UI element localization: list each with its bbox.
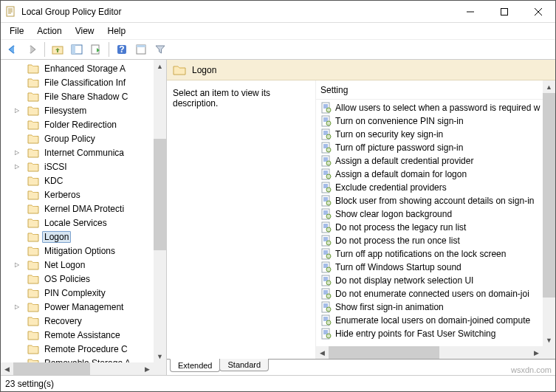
setting-item[interactable]: Block user from showing account details … [316,194,543,207]
svg-point-21 [326,174,331,179]
menu-help[interactable]: Help [102,24,132,38]
tree-item-removable-storage-a[interactable]: Removable Storage A [1,356,154,362]
tree-item-recovery[interactable]: Recovery [1,314,154,328]
expand-icon[interactable]: ▷ [13,148,21,157]
svg-point-35 [326,267,331,272]
export-list-button[interactable] [87,41,105,58]
setting-label: Assign a default domain for logon [335,169,467,179]
settings-list[interactable]: Allow users to select when a password is… [316,100,543,346]
setting-item[interactable]: Enumerate local users on domain-joined c… [316,314,543,327]
tree-item-file-share-shadow-c[interactable]: File Share Shadow C [1,89,154,103]
scroll-right-icon[interactable]: ▶ [141,362,154,375]
tree-item-locale-services[interactable]: Locale Services [1,216,154,230]
setting-item[interactable]: Do not display network selection UI [316,274,543,287]
tree-pane: Enhanced Storage AFile Classification In… [1,60,167,375]
tree-item-enhanced-storage-a[interactable]: Enhanced Storage A [1,61,154,75]
scroll-up-icon[interactable]: ▲ [543,80,555,93]
setting-column-header[interactable]: Setting [316,80,555,100]
setting-item[interactable]: Turn on security key sign-in [316,128,543,141]
setting-item[interactable]: Hide entry points for Fast User Switchin… [316,327,543,340]
setting-item[interactable]: Do not enumerate connected users on doma… [316,287,543,300]
svg-point-17 [326,148,331,152]
window-title: Local Group Policy Editor [21,7,453,17]
menu-file[interactable]: File [4,24,30,38]
setting-item[interactable]: Exclude credential providers [316,181,543,194]
tree-item-mitigation-options[interactable]: Mitigation Options [1,244,154,258]
scroll-up-icon[interactable]: ▲ [154,60,166,72]
tree-item-filesystem[interactable]: ▷Filesystem [1,103,154,117]
filter-button[interactable] [151,41,169,58]
scroll-down-icon[interactable]: ▼ [154,350,166,362]
expand-icon[interactable]: ▷ [13,303,21,312]
tree-item-folder-redirection[interactable]: Folder Redirection [1,117,154,131]
forward-button[interactable] [23,41,41,58]
tree-item-file-classification-inf[interactable]: File Classification Inf [1,75,154,89]
menu-action[interactable]: Action [31,24,67,38]
tree-item-internet-communica[interactable]: ▷Internet Communica [1,145,154,159]
setting-item[interactable]: Turn on convenience PIN sign-in [316,114,543,128]
tree-item-logon[interactable]: Logon [1,230,154,244]
tree-item-remote-assistance[interactable]: Remote Assistance [1,328,154,342]
scroll-left-icon[interactable]: ◀ [316,346,329,359]
tree-item-remote-procedure-c[interactable]: Remote Procedure C [1,342,154,356]
back-button[interactable] [4,41,21,58]
setting-item[interactable]: Show clear logon background [316,207,543,221]
expand-icon[interactable]: ▷ [13,106,21,115]
folder-icon [27,162,39,172]
setting-item[interactable]: Turn off app notifications on the lock s… [316,247,543,261]
help-button[interactable]: ? [113,41,131,58]
setting-item[interactable]: Do not process the run once list [316,234,543,247]
setting-item[interactable]: Turn off picture password sign-in [316,141,543,154]
tree-item-label: Folder Redirection [42,120,119,130]
settings-horizontal-scrollbar[interactable]: ◀ ▶ [316,346,543,359]
folder-icon [27,176,39,186]
tree-item-kernel-dma-protecti[interactable]: Kernel DMA Protecti [1,202,154,216]
setting-item[interactable]: Turn off Windows Startup sound [316,261,543,274]
scroll-left-icon[interactable]: ◀ [1,362,13,375]
close-button[interactable] [521,1,555,23]
tree-item-kerberos[interactable]: Kerberos [1,188,154,202]
setting-item[interactable]: Show first sign-in animation [316,300,543,314]
settings-vertical-scrollbar[interactable]: ▲ ▼ [543,80,555,346]
tree-item-net-logon[interactable]: ▷Net Logon [1,258,154,272]
tree-item-label: PIN Complexity [42,288,108,298]
tree-item-kdc[interactable]: KDC [1,173,154,188]
setting-label: Do not display network selection UI [335,275,473,286]
setting-item[interactable]: Do not process the legacy run list [316,221,543,234]
setting-label: Turn off Windows Startup sound [335,262,461,272]
up-button[interactable] [49,41,66,58]
tree-item-iscsi[interactable]: ▷iSCSI [1,159,154,173]
scroll-down-icon[interactable]: ▼ [543,334,555,346]
svg-point-13 [326,121,331,125]
expand-icon[interactable]: ▷ [13,162,21,171]
svg-point-41 [326,307,331,312]
properties-button[interactable] [132,41,150,58]
minimize-button[interactable] [453,1,487,23]
setting-item[interactable]: Allow users to select when a password is… [316,101,543,114]
scroll-right-icon[interactable]: ▶ [530,346,543,359]
tree-item-label: Recovery [42,316,84,326]
tree-item-pin-complexity[interactable]: PIN Complexity [1,286,154,300]
tree-item-label: Kernel DMA Protecti [42,204,126,214]
policy-icon [320,168,332,180]
tree-item-group-policy[interactable]: Group Policy [1,131,154,145]
show-hide-tree-button[interactable] [68,41,86,58]
tree-view[interactable]: Enhanced Storage AFile Classification In… [1,60,154,362]
svg-point-43 [326,320,331,325]
setting-item[interactable]: Assign a default credential provider [316,154,543,168]
policy-icon [320,261,332,273]
maximize-button[interactable] [487,1,521,23]
folder-icon [27,78,39,88]
tree-vertical-scrollbar[interactable]: ▲ ▼ [154,60,166,362]
policy-icon [320,328,332,340]
tree-item-os-policies[interactable]: OS Policies [1,272,154,286]
expand-icon[interactable]: ▷ [13,261,21,269]
setting-item[interactable]: Assign a default domain for logon [316,168,543,181]
tree-item-power-management[interactable]: ▷Power Management [1,300,154,314]
menu-view[interactable]: View [69,24,100,38]
svg-point-45 [326,334,331,338]
tab-extended[interactable]: Extended [170,359,220,372]
tree-horizontal-scrollbar[interactable]: ◀ ▶ [1,362,154,375]
tab-standard[interactable]: Standard [219,359,269,371]
tree-item-label: File Classification Inf [42,78,128,88]
